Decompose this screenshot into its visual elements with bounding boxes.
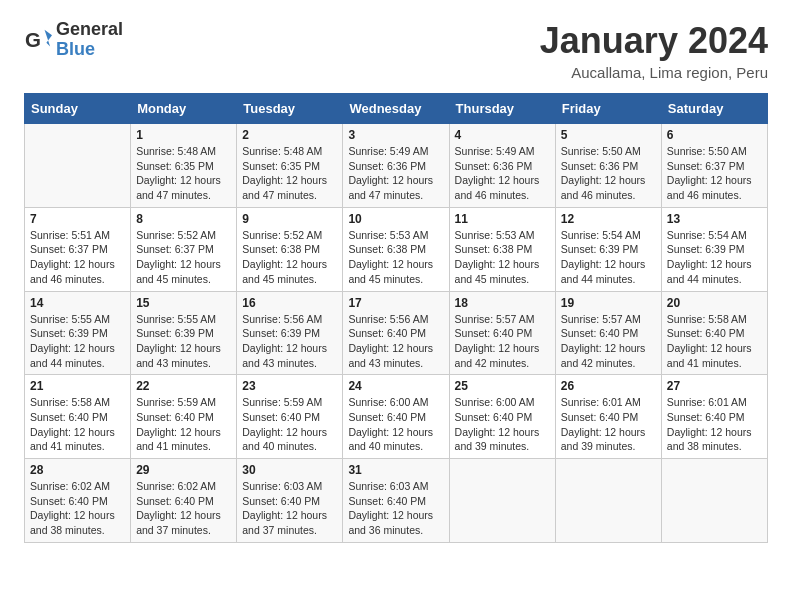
day-info: Sunrise: 5:54 AMSunset: 6:39 PMDaylight:… — [667, 228, 762, 287]
day-info: Sunrise: 5:56 AMSunset: 6:39 PMDaylight:… — [242, 312, 337, 371]
day-number: 23 — [242, 379, 337, 393]
day-number: 10 — [348, 212, 443, 226]
logo-text-general: General — [56, 19, 123, 39]
day-info: Sunrise: 5:58 AMSunset: 6:40 PMDaylight:… — [667, 312, 762, 371]
day-number: 12 — [561, 212, 656, 226]
day-cell — [555, 459, 661, 543]
day-cell: 25Sunrise: 6:00 AMSunset: 6:40 PMDayligh… — [449, 375, 555, 459]
calendar-subtitle: Aucallama, Lima region, Peru — [540, 64, 768, 81]
col-header-thursday: Thursday — [449, 94, 555, 124]
day-cell — [25, 124, 131, 208]
day-info: Sunrise: 5:58 AMSunset: 6:40 PMDaylight:… — [30, 395, 125, 454]
day-number: 27 — [667, 379, 762, 393]
day-cell: 18Sunrise: 5:57 AMSunset: 6:40 PMDayligh… — [449, 291, 555, 375]
day-number: 16 — [242, 296, 337, 310]
calendar-table: SundayMondayTuesdayWednesdayThursdayFrid… — [24, 93, 768, 543]
day-number: 22 — [136, 379, 231, 393]
day-number: 17 — [348, 296, 443, 310]
day-cell: 22Sunrise: 5:59 AMSunset: 6:40 PMDayligh… — [131, 375, 237, 459]
day-info: Sunrise: 6:00 AMSunset: 6:40 PMDaylight:… — [455, 395, 550, 454]
day-cell: 5Sunrise: 5:50 AMSunset: 6:36 PMDaylight… — [555, 124, 661, 208]
day-number: 8 — [136, 212, 231, 226]
day-info: Sunrise: 5:53 AMSunset: 6:38 PMDaylight:… — [348, 228, 443, 287]
day-info: Sunrise: 5:59 AMSunset: 6:40 PMDaylight:… — [242, 395, 337, 454]
day-info: Sunrise: 5:52 AMSunset: 6:37 PMDaylight:… — [136, 228, 231, 287]
col-header-sunday: Sunday — [25, 94, 131, 124]
col-header-friday: Friday — [555, 94, 661, 124]
day-number: 15 — [136, 296, 231, 310]
day-cell — [661, 459, 767, 543]
day-number: 3 — [348, 128, 443, 142]
day-info: Sunrise: 5:57 AMSunset: 6:40 PMDaylight:… — [455, 312, 550, 371]
day-cell: 27Sunrise: 6:01 AMSunset: 6:40 PMDayligh… — [661, 375, 767, 459]
day-info: Sunrise: 5:54 AMSunset: 6:39 PMDaylight:… — [561, 228, 656, 287]
day-info: Sunrise: 5:59 AMSunset: 6:40 PMDaylight:… — [136, 395, 231, 454]
day-info: Sunrise: 5:49 AMSunset: 6:36 PMDaylight:… — [348, 144, 443, 203]
week-row-3: 14Sunrise: 5:55 AMSunset: 6:39 PMDayligh… — [25, 291, 768, 375]
col-header-tuesday: Tuesday — [237, 94, 343, 124]
day-info: Sunrise: 5:50 AMSunset: 6:37 PMDaylight:… — [667, 144, 762, 203]
day-cell: 30Sunrise: 6:03 AMSunset: 6:40 PMDayligh… — [237, 459, 343, 543]
day-cell: 11Sunrise: 5:53 AMSunset: 6:38 PMDayligh… — [449, 207, 555, 291]
day-number: 9 — [242, 212, 337, 226]
day-cell: 1Sunrise: 5:48 AMSunset: 6:35 PMDaylight… — [131, 124, 237, 208]
logo-icon: G — [24, 26, 52, 54]
day-number: 19 — [561, 296, 656, 310]
day-info: Sunrise: 5:56 AMSunset: 6:40 PMDaylight:… — [348, 312, 443, 371]
day-number: 4 — [455, 128, 550, 142]
day-number: 31 — [348, 463, 443, 477]
day-cell: 16Sunrise: 5:56 AMSunset: 6:39 PMDayligh… — [237, 291, 343, 375]
day-cell: 2Sunrise: 5:48 AMSunset: 6:35 PMDaylight… — [237, 124, 343, 208]
day-number: 29 — [136, 463, 231, 477]
day-info: Sunrise: 5:51 AMSunset: 6:37 PMDaylight:… — [30, 228, 125, 287]
day-number: 28 — [30, 463, 125, 477]
day-number: 24 — [348, 379, 443, 393]
day-cell: 19Sunrise: 5:57 AMSunset: 6:40 PMDayligh… — [555, 291, 661, 375]
day-cell: 24Sunrise: 6:00 AMSunset: 6:40 PMDayligh… — [343, 375, 449, 459]
day-cell: 31Sunrise: 6:03 AMSunset: 6:40 PMDayligh… — [343, 459, 449, 543]
day-number: 7 — [30, 212, 125, 226]
day-cell: 23Sunrise: 5:59 AMSunset: 6:40 PMDayligh… — [237, 375, 343, 459]
day-info: Sunrise: 5:57 AMSunset: 6:40 PMDaylight:… — [561, 312, 656, 371]
day-info: Sunrise: 6:02 AMSunset: 6:40 PMDaylight:… — [136, 479, 231, 538]
day-info: Sunrise: 5:50 AMSunset: 6:36 PMDaylight:… — [561, 144, 656, 203]
col-header-monday: Monday — [131, 94, 237, 124]
day-number: 5 — [561, 128, 656, 142]
day-number: 21 — [30, 379, 125, 393]
svg-text:G: G — [25, 27, 41, 50]
day-cell: 26Sunrise: 6:01 AMSunset: 6:40 PMDayligh… — [555, 375, 661, 459]
header-row: SundayMondayTuesdayWednesdayThursdayFrid… — [25, 94, 768, 124]
day-number: 30 — [242, 463, 337, 477]
week-row-2: 7Sunrise: 5:51 AMSunset: 6:37 PMDaylight… — [25, 207, 768, 291]
day-info: Sunrise: 6:03 AMSunset: 6:40 PMDaylight:… — [242, 479, 337, 538]
col-header-saturday: Saturday — [661, 94, 767, 124]
day-info: Sunrise: 5:48 AMSunset: 6:35 PMDaylight:… — [136, 144, 231, 203]
day-cell: 14Sunrise: 5:55 AMSunset: 6:39 PMDayligh… — [25, 291, 131, 375]
day-info: Sunrise: 6:02 AMSunset: 6:40 PMDaylight:… — [30, 479, 125, 538]
header: G General Blue January 2024 Aucallama, L… — [24, 20, 768, 81]
title-area: January 2024 Aucallama, Lima region, Per… — [540, 20, 768, 81]
day-cell: 17Sunrise: 5:56 AMSunset: 6:40 PMDayligh… — [343, 291, 449, 375]
day-info: Sunrise: 5:48 AMSunset: 6:35 PMDaylight:… — [242, 144, 337, 203]
day-cell: 28Sunrise: 6:02 AMSunset: 6:40 PMDayligh… — [25, 459, 131, 543]
day-number: 14 — [30, 296, 125, 310]
calendar-title: January 2024 — [540, 20, 768, 62]
day-cell: 13Sunrise: 5:54 AMSunset: 6:39 PMDayligh… — [661, 207, 767, 291]
day-cell: 10Sunrise: 5:53 AMSunset: 6:38 PMDayligh… — [343, 207, 449, 291]
day-info: Sunrise: 6:01 AMSunset: 6:40 PMDaylight:… — [561, 395, 656, 454]
day-info: Sunrise: 5:55 AMSunset: 6:39 PMDaylight:… — [136, 312, 231, 371]
day-number: 6 — [667, 128, 762, 142]
col-header-wednesday: Wednesday — [343, 94, 449, 124]
day-info: Sunrise: 5:53 AMSunset: 6:38 PMDaylight:… — [455, 228, 550, 287]
day-cell: 29Sunrise: 6:02 AMSunset: 6:40 PMDayligh… — [131, 459, 237, 543]
day-cell: 20Sunrise: 5:58 AMSunset: 6:40 PMDayligh… — [661, 291, 767, 375]
day-number: 26 — [561, 379, 656, 393]
day-cell: 6Sunrise: 5:50 AMSunset: 6:37 PMDaylight… — [661, 124, 767, 208]
day-cell: 9Sunrise: 5:52 AMSunset: 6:38 PMDaylight… — [237, 207, 343, 291]
logo: G General Blue — [24, 20, 123, 60]
day-cell: 3Sunrise: 5:49 AMSunset: 6:36 PMDaylight… — [343, 124, 449, 208]
day-info: Sunrise: 6:03 AMSunset: 6:40 PMDaylight:… — [348, 479, 443, 538]
day-number: 1 — [136, 128, 231, 142]
day-number: 13 — [667, 212, 762, 226]
day-info: Sunrise: 6:01 AMSunset: 6:40 PMDaylight:… — [667, 395, 762, 454]
